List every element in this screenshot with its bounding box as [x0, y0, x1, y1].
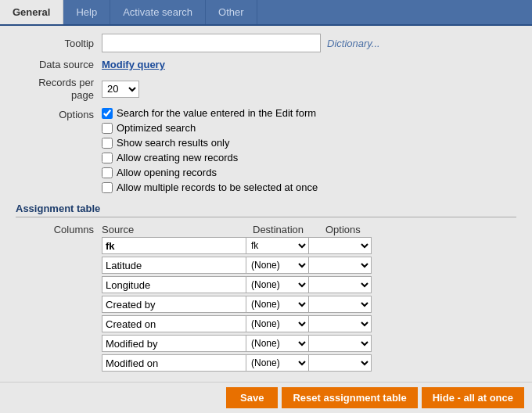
checkbox-label-3: Allow creating new records	[117, 152, 238, 163]
dest-select-0[interactable]: fk (None)	[246, 237, 309, 254]
checkbox-search-edit[interactable]	[102, 108, 113, 119]
dest-select-2[interactable]: (None)	[246, 276, 309, 293]
options-label: Options	[16, 107, 102, 120]
checkbox-row-3: Allow creating new records	[102, 152, 318, 163]
tab-general[interactable]: General	[0, 0, 63, 24]
dictionary-link[interactable]: Dictionary...	[327, 38, 380, 49]
checkbox-show-results[interactable]	[102, 138, 113, 149]
tooltip-input[interactable]	[102, 34, 321, 52]
dest-select-3[interactable]: (None)	[246, 296, 309, 313]
table-row-5: (None)	[102, 335, 516, 352]
checkbox-row-1: Optimized search	[102, 122, 318, 134]
save-button[interactable]: Save	[226, 387, 278, 408]
source-field-0[interactable]	[102, 237, 246, 254]
source-field-1[interactable]	[102, 257, 246, 274]
columns-table: Source Destination Options fk (None)	[102, 224, 516, 374]
opts-select-5[interactable]	[309, 335, 372, 352]
datasource-label: Data source	[16, 59, 102, 70]
dest-select-6[interactable]: (None)	[246, 354, 309, 372]
opts-select-3[interactable]	[309, 296, 372, 313]
dest-select-1[interactable]: (None)	[246, 257, 309, 274]
main-content: Tooltip Dictionary... Data source Modify…	[0, 26, 532, 413]
column-headers: Source Destination Options	[102, 224, 516, 235]
checkbox-label-2: Show search results only	[117, 137, 230, 149]
checkbox-allow-creating[interactable]	[102, 153, 113, 163]
footer: Save Reset assignment table Hide - all a…	[0, 382, 532, 413]
checkbox-allow-multiple[interactable]	[102, 182, 113, 193]
header-destination: Destination	[253, 224, 319, 235]
assignment-table-title: Assignment table	[16, 203, 516, 217]
checkbox-row-5: Allow multiple records to be selected at…	[102, 181, 318, 193]
checkbox-row-4: Allow opening records	[102, 167, 318, 178]
header-options: Options	[325, 224, 392, 235]
options-section: Options Search for the value entered in …	[16, 107, 516, 193]
source-field-6[interactable]	[102, 354, 246, 372]
table-row-2: (None)	[102, 276, 516, 293]
columns-section: Columns Source Destination Options fk (N…	[16, 224, 516, 374]
checkbox-row-0: Search for the value entered in the Edit…	[102, 107, 318, 119]
table-row-1: (None)	[102, 257, 516, 274]
table-row-3: (None)	[102, 296, 516, 313]
reset-assignment-button[interactable]: Reset assignment table	[282, 387, 417, 408]
source-field-5[interactable]	[102, 335, 246, 352]
modify-query-link[interactable]: Modify query	[102, 59, 165, 70]
tab-activate-search[interactable]: Activate search	[110, 0, 206, 24]
checkbox-label-4: Allow opening records	[117, 167, 217, 178]
checkbox-allow-opening[interactable]	[102, 167, 113, 178]
checkbox-label-5: Allow multiple records to be selected at…	[117, 181, 318, 193]
tab-bar: General Help Activate search Other	[0, 0, 532, 26]
records-per-page-select[interactable]: 10 20 50 100	[102, 81, 139, 98]
source-field-4[interactable]	[102, 315, 246, 332]
tooltip-row: Tooltip Dictionary...	[16, 34, 516, 52]
source-field-3[interactable]	[102, 296, 246, 313]
table-row-6: (None)	[102, 354, 516, 372]
opts-select-4[interactable]	[309, 315, 372, 332]
datasource-row: Data source Modify query	[16, 59, 516, 70]
tab-help[interactable]: Help	[63, 0, 110, 24]
opts-select-2[interactable]	[309, 276, 372, 293]
table-row-0: fk (None)	[102, 237, 516, 254]
dest-select-5[interactable]: (None)	[246, 335, 309, 352]
opts-select-1[interactable]	[309, 257, 372, 274]
checkbox-label-1: Optimized search	[117, 122, 196, 134]
opts-select-0[interactable]	[309, 237, 372, 254]
table-row-4: (None)	[102, 315, 516, 332]
tooltip-label: Tooltip	[16, 38, 102, 49]
columns-label: Columns	[16, 224, 102, 235]
dest-select-4[interactable]: (None)	[246, 315, 309, 332]
options-checkboxes: Search for the value entered in the Edit…	[102, 107, 318, 193]
opts-select-6[interactable]	[309, 354, 372, 372]
tab-other[interactable]: Other	[206, 0, 257, 24]
records-per-page-row: Records perpage 10 20 50 100	[16, 77, 516, 101]
header-source: Source	[102, 224, 246, 235]
checkbox-label-0: Search for the value entered in the Edit…	[117, 107, 316, 119]
checkbox-row-2: Show search results only	[102, 137, 318, 149]
checkbox-optimized[interactable]	[102, 123, 113, 134]
source-field-2[interactable]	[102, 276, 246, 293]
hide-all-button[interactable]: Hide - all at once	[422, 387, 524, 408]
records-per-page-label: Records perpage	[16, 77, 102, 101]
